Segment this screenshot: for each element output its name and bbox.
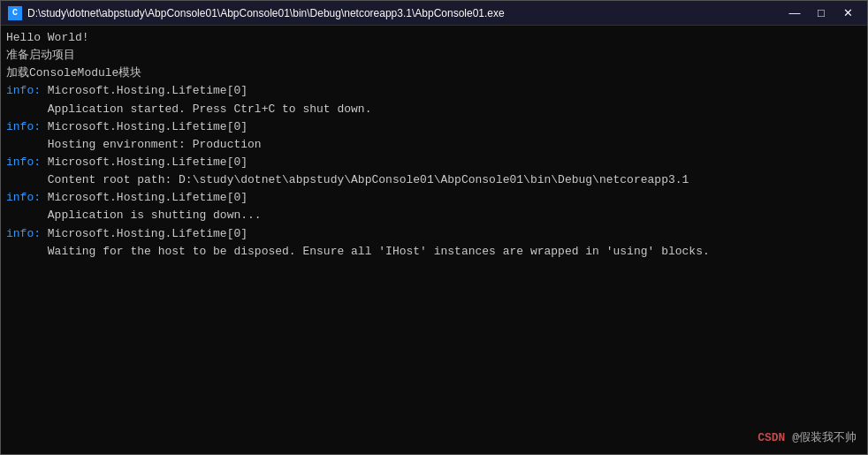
console-line: Waiting for the host to be disposed. Ens… bbox=[6, 245, 710, 258]
title-bar-left: C D:\study\dotnet\abpstudy\AbpConsole01\… bbox=[8, 6, 505, 20]
console-text: Hello World! 准备启动项目 加载ConsoleModule模块 in… bbox=[6, 29, 862, 261]
info-label: info: bbox=[6, 191, 41, 204]
close-button[interactable]: ✕ bbox=[835, 4, 860, 22]
console-line: Hosting environment: Production bbox=[6, 138, 262, 151]
title-bar: C D:\study\dotnet\abpstudy\AbpConsole01\… bbox=[1, 1, 867, 26]
console-line: Application started. Press Ctrl+C to shu… bbox=[6, 102, 371, 116]
window-title: D:\study\dotnet\abpstudy\AbpConsole01\Ab… bbox=[27, 7, 505, 19]
info-label: info: bbox=[6, 84, 41, 97]
console-line-text: Microsoft.Hosting.Lifetime[0] bbox=[41, 155, 247, 169]
console-line: Application is shutting down... bbox=[6, 209, 262, 222]
console-line-text: Microsoft.Hosting.Lifetime[0] bbox=[41, 227, 247, 240]
window-controls: — □ ✕ bbox=[782, 4, 860, 22]
console-line-text: Microsoft.Hosting.Lifetime[0] bbox=[41, 191, 247, 204]
console-window: C D:\study\dotnet\abpstudy\AbpConsole01\… bbox=[0, 0, 868, 455]
app-icon: C bbox=[8, 6, 22, 20]
watermark-brand: CSDN bbox=[758, 431, 785, 444]
console-line-text: Microsoft.Hosting.Lifetime[0] bbox=[41, 84, 247, 97]
watermark-handle: @假装我不帅 bbox=[785, 431, 857, 444]
info-label: info: bbox=[6, 155, 41, 169]
console-line: Content root path: D:\study\dotnet\abpst… bbox=[6, 173, 689, 186]
console-line: 加载ConsoleModule模块 bbox=[6, 66, 141, 80]
info-label: info: bbox=[6, 227, 41, 240]
console-output: Hello World! 准备启动项目 加载ConsoleModule模块 in… bbox=[1, 26, 867, 454]
console-line: 准备启动项目 bbox=[6, 49, 75, 62]
info-label: info: bbox=[6, 120, 41, 133]
maximize-button[interactable]: □ bbox=[809, 4, 834, 22]
console-line-text: Microsoft.Hosting.Lifetime[0] bbox=[41, 120, 247, 133]
console-line: Hello World! bbox=[6, 31, 89, 44]
watermark: CSDN @假装我不帅 bbox=[758, 429, 857, 445]
minimize-button[interactable]: — bbox=[782, 4, 807, 22]
